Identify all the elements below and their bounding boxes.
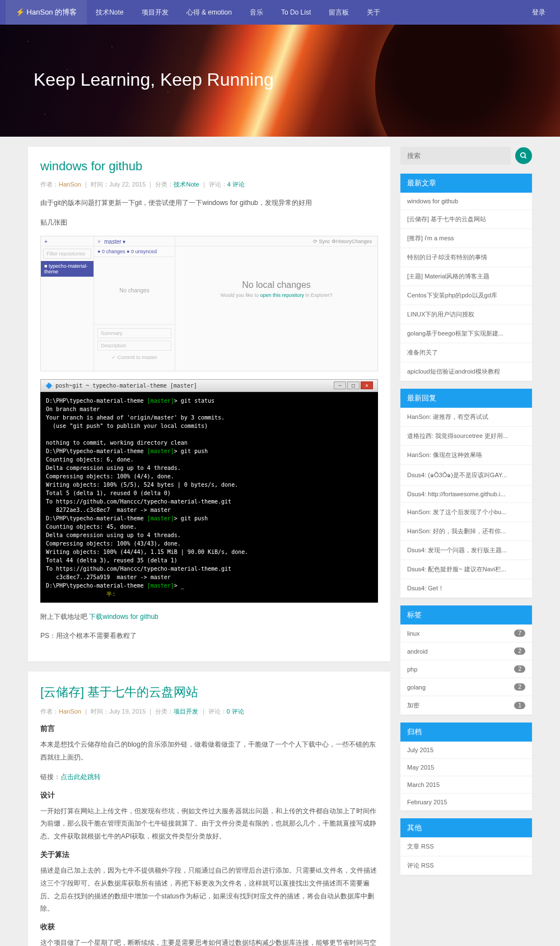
post-text: 链接：点击此处跳转 — [40, 771, 378, 784]
search-button[interactable] — [515, 147, 532, 164]
widget-other: 其他 文章 RSS评论 RSS — [400, 818, 532, 875]
list-item[interactable]: HanSon: 好的，我去删掉，还有你... — [400, 522, 532, 541]
list-item[interactable]: android2 — [400, 642, 532, 660]
list-item[interactable]: March 2015 — [400, 776, 532, 794]
gh-add-icon: + — [41, 236, 94, 246]
widget-title: 归档 — [400, 723, 532, 742]
list-item[interactable]: 评论 RSS — [400, 856, 532, 875]
post-card: windows for github 作者：HanSon ｜ 时间：July 2… — [28, 147, 390, 661]
list-item[interactable]: [推荐] i'm a mess — [400, 229, 532, 248]
widget-tags: 标签 linux7android2php2golang2加密1 — [400, 605, 532, 715]
nav-about[interactable]: 关于 — [358, 0, 389, 25]
list-item[interactable]: February 2015 — [400, 794, 532, 810]
widget-recent-posts: 最新文章 windows for github[云储存] 基于七牛的云盘网站[推… — [400, 174, 532, 381]
gh-filter: Filter repositories — [43, 249, 91, 259]
post-comments[interactable]: 0 评论 — [227, 708, 244, 715]
nav-music[interactable]: 音乐 — [241, 0, 272, 25]
post-comments[interactable]: 4 评论 — [227, 181, 245, 188]
gh-desc: Description — [97, 341, 171, 351]
post-heading: 设计 — [40, 790, 378, 800]
widget-title: 最新文章 — [400, 174, 532, 193]
list-item[interactable]: HanSon: 像现在这种效果咯 — [400, 446, 532, 465]
list-item[interactable]: apicloud短信验证android模块教程 — [400, 362, 532, 381]
post-text: 贴几张图 — [40, 216, 378, 229]
post-title[interactable]: windows for github — [40, 159, 378, 174]
post-meta: 作者：HanSon ｜ 时间：July 19, 2015 ｜ 分类：项目开发 ｜… — [40, 707, 378, 716]
post-heading: 收获 — [40, 922, 378, 932]
hero-title: Keep Learning, Keep Running — [0, 25, 560, 90]
gh-summary: Summary — [97, 328, 171, 338]
widget-archive: 归档 July 2015May 2015March 2015February 2… — [400, 723, 532, 810]
list-item[interactable]: HanSon: 发了这个后发现了个小bu... — [400, 503, 532, 522]
list-item[interactable]: Dsus4: Get！ — [400, 579, 532, 598]
list-item[interactable]: golang2 — [400, 678, 532, 696]
post-text: 一开始打算在网站上上传文件，但发现有些坑，例如文件过大服务器就出问题，和上传的文… — [40, 805, 378, 843]
navbar: ⚡ HanSon 的博客 技术Note 项目开发 心得 & emotion 音乐… — [0, 0, 560, 25]
nav-todo[interactable]: To Do List — [272, 0, 320, 25]
list-item[interactable]: 文章 RSS — [400, 837, 532, 856]
post-text: 由于git的版本问题打算更新一下git，便尝试使用了一下windows for … — [40, 197, 378, 209]
list-item[interactable]: golang基于beego框架下实现新建... — [400, 324, 532, 343]
post-text: 描述是自己加上去的，因为七牛不提供额外字段，只能通过自己的管理后台进行添加。只需… — [40, 864, 378, 915]
list-item[interactable]: 道格拉西: 我觉得sourcetree 更好用... — [400, 427, 532, 446]
terminal-screenshot: 🔷 posh~git ~ typecho-material-theme [mas… — [40, 379, 378, 603]
list-item[interactable]: July 2015 — [400, 742, 532, 759]
nav-project[interactable]: 项目开发 — [133, 0, 178, 25]
nav-tech[interactable]: 技术Note — [87, 0, 132, 25]
list-item[interactable]: 准备闭关了 — [400, 343, 532, 362]
list-item[interactable]: Dsus4: 发现一个问题，发行版主题... — [400, 541, 532, 560]
search-input[interactable] — [400, 147, 511, 165]
post-date: July 22, 2015 — [109, 181, 146, 188]
list-item[interactable]: Dsus4: 配色挺舒服~ 建议在Navi栏... — [400, 560, 532, 579]
post-meta: 作者：HanSon ｜ 时间：July 22, 2015 ｜ 分类：技术Note… — [40, 180, 378, 189]
login-link[interactable]: 登录 — [523, 8, 554, 17]
post-text: 这个项目做了一个星期了吧，断断续续，主要是需要思考如何通过数据结构减少数据库连接… — [40, 936, 378, 946]
widget-title: 最新回复 — [400, 389, 532, 408]
post-text: PS：用这个根本不需要看教程了 — [40, 630, 378, 642]
gh-nolocal: No local changes — [186, 280, 366, 290]
jump-link[interactable]: 点击此处跳转 — [60, 773, 101, 781]
list-item[interactable]: 特别的日子却没有特别的事情 — [400, 248, 532, 267]
post-text: 附上下载地址吧 下载windows for github — [40, 611, 378, 623]
list-item[interactable]: linux7 — [400, 625, 532, 642]
list-item[interactable]: Centos下安装php的pdo以及gd库 — [400, 286, 532, 305]
gh-changes-bar: ● 0 changes ● 0 unsynced — [94, 246, 175, 257]
svg-line-1 — [525, 157, 526, 159]
list-item[interactable]: LINUX下的用户访问授权 — [400, 305, 532, 324]
list-item[interactable]: [云储存] 基于七牛的云盘网站 — [400, 210, 532, 229]
list-item[interactable]: [主题] Material风格的博客主题 — [400, 267, 532, 286]
list-item[interactable]: windows for github — [400, 193, 532, 210]
list-item[interactable]: 加密1 — [400, 696, 532, 715]
list-item[interactable]: May 2015 — [400, 759, 532, 776]
post-category[interactable]: 技术Note — [174, 181, 199, 188]
gh-nochanges: No changes — [94, 257, 175, 324]
post-heading: 前言 — [40, 724, 378, 734]
gh-nolocal-sub: Would you like to open this repository i… — [186, 292, 366, 298]
post-card: [云储存] 基于七牛的云盘网站 作者：HanSon ｜ 时间：July 19, … — [28, 672, 390, 946]
list-item[interactable]: php2 — [400, 660, 532, 678]
nav-guestbook[interactable]: 留言板 — [320, 0, 358, 25]
hero-banner: Keep Learning, Keep Running — [0, 25, 560, 137]
svg-point-0 — [521, 153, 525, 157]
widget-title: 其他 — [400, 818, 532, 837]
post-text: 本来是想找个云储存给自己的blog的音乐添加外链，做着做着做歪了，干脆做了一个个… — [40, 738, 378, 764]
post-author[interactable]: HanSon — [59, 708, 81, 715]
widget-recent-comments: 最新回复 HanSon: 谢推荐，有空再试试道格拉西: 我觉得sourcetre… — [400, 389, 532, 598]
gh-repo-selected: ■ typecho-material-theme — [41, 261, 94, 277]
list-item[interactable]: Dsus4: http://fortawesome.github.i... — [400, 486, 532, 503]
list-item[interactable]: HanSon: 谢推荐，有空再试试 — [400, 408, 532, 427]
post-author[interactable]: HanSon — [59, 181, 81, 188]
gh-commit: ✓ Commit to master — [97, 353, 171, 362]
post-title[interactable]: [云储存] 基于七牛的云盘网站 — [40, 684, 378, 701]
list-item[interactable]: Dsus4: (๑Ŏ3Ŏ๑)是不是应该叫GAY... — [400, 465, 532, 486]
post-heading: 关于算法 — [40, 850, 378, 860]
download-link[interactable]: 下载windows for github — [89, 613, 158, 621]
main-column: windows for github 作者：HanSon ｜ 时间：July 2… — [28, 147, 390, 946]
post-category[interactable]: 项目开发 — [174, 708, 198, 715]
widget-title: 标签 — [400, 605, 532, 625]
github-window-screenshot: + Filter repositories ■ typecho-material… — [40, 236, 378, 371]
nav-emotion[interactable]: 心得 & emotion — [178, 0, 241, 25]
brand[interactable]: ⚡ HanSon 的博客 — [6, 0, 87, 25]
post-date: July 19, 2015 — [109, 708, 146, 715]
sidebar: 最新文章 windows for github[云储存] 基于七牛的云盘网站[推… — [400, 147, 532, 946]
